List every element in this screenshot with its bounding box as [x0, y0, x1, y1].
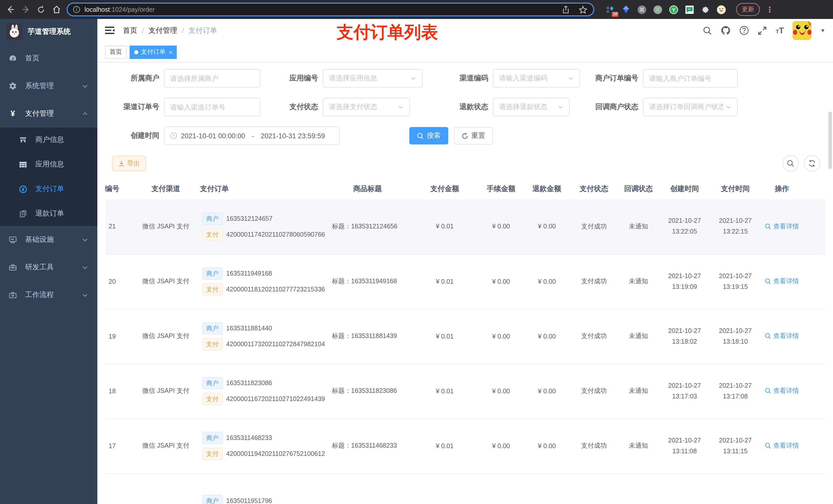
home-icon[interactable] — [51, 4, 62, 15]
browser-menu-icon[interactable]: ⋮ — [766, 5, 774, 14]
forward-icon[interactable] — [21, 4, 31, 15]
view-detail-link[interactable]: 查看详情 — [765, 387, 799, 395]
sidebar-item-label: 应用信息 — [35, 160, 64, 169]
star-icon[interactable] — [578, 4, 588, 15]
close-icon[interactable]: × — [169, 49, 172, 55]
product-title-cell: 标题：1635311949168 — [322, 254, 413, 309]
extension-sidekick-icon[interactable]: 10 — [605, 5, 615, 14]
tag-label: 首页 — [110, 48, 122, 56]
font-size-icon[interactable]: TT — [776, 26, 784, 35]
create-time-cell: 2021-10-2713:22:05 — [657, 199, 712, 254]
share-icon[interactable] — [561, 4, 571, 15]
browser-update-button[interactable]: 更新 — [736, 3, 760, 16]
pay-tag: 支付 — [202, 448, 222, 460]
caret-down-icon[interactable]: ▼ — [820, 28, 825, 33]
fullscreen-icon[interactable] — [758, 26, 767, 35]
page-content: 所属商户 应用编号 请选择应用信息 渠道编码 请输入渠道编码 — [97, 63, 833, 504]
extension-chat-icon[interactable] — [685, 5, 694, 14]
merchant-tag: 商户 — [202, 495, 222, 504]
filter-merchant-order-no: 商户订单编号 — [556, 69, 738, 88]
refresh-icon[interactable] — [804, 155, 820, 172]
pay-time-cell: 2021-10-2713:22:15 — [712, 199, 759, 254]
profile-avatar-icon[interactable] — [717, 5, 726, 14]
sidebar-item-merchant-info[interactable]: 商户信息 — [0, 127, 97, 152]
breadcrumb-home[interactable]: 首页 — [123, 26, 137, 35]
hamburger-icon[interactable] — [105, 26, 115, 35]
sidebar-item-application-info[interactable]: 应用信息 — [0, 152, 97, 177]
user-avatar[interactable] — [792, 21, 811, 40]
create-time-range-picker[interactable]: 2021-10-01 00:00:00 - 2021-10-31 23:59:5… — [164, 126, 340, 145]
info-icon[interactable] — [73, 4, 80, 15]
filter-label: 应用编号 — [238, 74, 323, 83]
sidebar-item-payment[interactable]: ¥ 支付管理 — [0, 100, 97, 127]
merchant-order-line: 商户1635011951796 — [198, 495, 320, 504]
active-dot — [134, 50, 138, 54]
view-detail-link[interactable]: 查看详情 — [765, 332, 799, 341]
sidebar-item-workflow[interactable]: 工作流程 — [0, 281, 97, 309]
actions-cell: 查看详情 — [759, 254, 806, 309]
sidebar-item-devtools[interactable]: 研发工具 — [0, 254, 97, 281]
github-icon[interactable] — [721, 26, 731, 35]
extensions-puzzle-icon[interactable] — [701, 5, 710, 14]
filter-merchant: 所属商户 — [105, 69, 260, 88]
view-detail-link[interactable]: 查看详情 — [765, 277, 799, 286]
product-title-cell: 标题：1635312124656 — [322, 199, 413, 254]
search-button[interactable]: 搜索 — [409, 127, 448, 144]
extension-kite-icon[interactable] — [621, 5, 630, 14]
table-header-row: 编号支付渠道支付订单商品标题支付金额手续金额退款金额支付状态回调状态创建时间支付… — [105, 179, 825, 199]
view-detail-link[interactable]: 查看详情 — [765, 441, 799, 450]
sidebar-item-system[interactable]: 系统管理 — [0, 72, 97, 100]
filter-label: 支付状态 — [238, 102, 323, 112]
payment-submenu: 商户信息 应用信息 支付订单 — [0, 127, 97, 226]
pay-time-cell: 2021-10-2713:18:10 — [712, 309, 759, 364]
sidebar-item-pay-order[interactable]: 支付订单 — [0, 177, 97, 201]
filter-label: 所属商户 — [105, 74, 164, 83]
pay-tag: 支付 — [202, 229, 222, 241]
extension-command-icon[interactable]: ⌘ — [637, 5, 646, 14]
pay-order-cell: 商户1635311468233 支付4200001194202110276752… — [196, 418, 322, 473]
column-header-2: 支付渠道 — [136, 179, 196, 199]
tag-pay-order[interactable]: 支付订单 × — [129, 45, 177, 58]
breadcrumb-separator: / — [142, 26, 144, 34]
extension-dot-icon[interactable] — [653, 5, 662, 14]
reset-button[interactable]: 重置 — [454, 127, 493, 144]
pay-status-cell: 支付成功 — [568, 199, 620, 254]
create-time-cell: 2021-10-2713:11:08 — [657, 418, 712, 473]
sidebar-item-infrastructure[interactable]: 基础设施 — [0, 226, 97, 254]
search-icon[interactable] — [703, 26, 712, 35]
pay-amount-cell: ¥ 0.01 — [413, 199, 476, 254]
scrollbar-thumb[interactable] — [828, 112, 832, 169]
actions-cell: 查看详情 — [759, 418, 806, 473]
create-time-cell: 2021-10-2713:17:03 — [657, 364, 712, 418]
help-icon[interactable] — [739, 26, 749, 35]
refund-amount-cell: ¥ 0.00 — [526, 364, 568, 418]
table-row: 18 微信 JSAPI 支付 商户1635311823086 支付4200001… — [105, 364, 825, 418]
filler-cell — [806, 254, 825, 309]
table-row: 21 微信 JSAPI 支付 商户1635312124657 支付4200001… — [105, 199, 825, 254]
fee-amount-cell: ¥ 0.00 — [476, 254, 526, 309]
extensions-row: 10 ⌘ Y — [605, 5, 726, 14]
shop-icon — [19, 136, 27, 144]
sidebar-item-home[interactable]: 首页 — [0, 45, 97, 72]
address-bar[interactable]: localhost:1024/pay/order — [67, 3, 594, 16]
extension-y-icon[interactable]: Y — [669, 5, 678, 14]
view-detail-link[interactable]: 查看详情 — [765, 222, 799, 231]
merchant-tag: 商户 — [202, 377, 222, 389]
export-button[interactable]: 导出 — [112, 156, 146, 171]
reload-icon[interactable] — [36, 4, 46, 15]
callback-status-select[interactable]: 请选择订单回调商户状态 — [643, 98, 738, 116]
logo-link[interactable]: 芋道管理系统 — [0, 19, 97, 45]
order-id-cell: 21 — [105, 199, 136, 254]
orders-table-wrap: 编号支付渠道支付订单商品标题支付金额手续金额退款金额支付状态回调状态创建时间支付… — [105, 179, 825, 504]
tag-label: 支付订单 — [141, 48, 165, 56]
pay-time-cell: 2021-10-2713:11:15 — [712, 418, 759, 473]
column-header-1: 编号 — [105, 179, 136, 199]
sidebar-item-refund-order[interactable]: 退款订单 — [0, 201, 97, 226]
breadcrumb-section[interactable]: 支付管理 — [148, 26, 177, 35]
filter-row-2: 渠道订单号 支付状态 请选择支付状态 退款状态 请选择退款状态 — [105, 98, 825, 116]
tag-home[interactable]: 首页 — [105, 45, 126, 58]
merchant-order-no-input[interactable] — [643, 69, 738, 88]
toggle-search-icon[interactable] — [782, 155, 799, 172]
pay-status-cell: 支付成功 — [568, 254, 620, 309]
back-icon[interactable] — [5, 4, 15, 15]
